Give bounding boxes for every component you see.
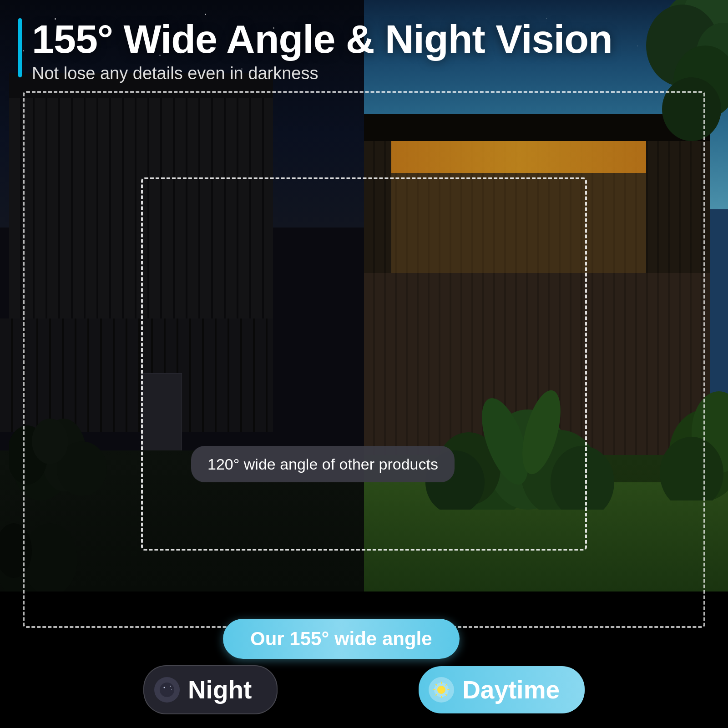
tooltip-120-bubble: 120° wide angle of other products [191,446,455,482]
svg-line-39 [436,694,437,695]
night-label-pill: Night [143,665,278,714]
svg-point-28 [170,686,171,687]
bottom-labels-container: Night [0,665,728,714]
main-container: 155° Wide Angle & Night Vision Not lose … [0,0,728,728]
day-interior-lit [391,173,646,273]
day-label-pill: Daytime [419,666,585,713]
svg-line-38 [446,684,447,685]
day-plants [400,350,628,510]
header-area: 155° Wide Angle & Night Vision Not lose … [0,0,728,97]
svg-line-36 [436,684,437,685]
sun-icon-wrapper [429,677,454,703]
svg-point-4 [32,419,68,464]
night-foliage-corner [0,478,91,592]
main-subtitle: Not lose any details even in darkness [32,64,701,83]
svg-point-27 [163,687,165,688]
night-label-text: Night [188,675,252,704]
sun-icon [433,682,450,698]
tooltip-120-text: 120° wide angle of other products [207,455,438,473]
moon-icon [159,682,175,698]
day-label-text: Daytime [462,675,560,704]
badge-155-pill: Our 155° wide angle [223,619,460,659]
main-title: 155° Wide Angle & Night Vision [32,18,701,60]
night-icon [154,677,180,703]
svg-point-31 [437,686,445,694]
svg-line-37 [446,694,447,695]
badge-155-container: Our 155° wide angle [223,619,460,659]
tooltip-120-container: 120° wide angle of other products [191,446,455,482]
accent-bar [18,18,22,77]
badge-155-text: Our 155° wide angle [250,628,432,649]
svg-point-29 [171,689,172,690]
night-door [141,373,182,460]
day-right-foliage [637,364,728,500]
